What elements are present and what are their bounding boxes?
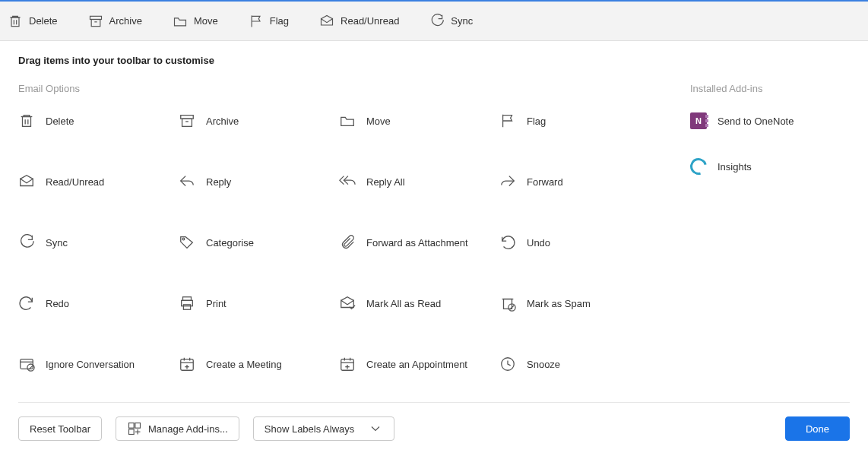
option-label: Archive — [109, 15, 142, 27]
option-label: Insights — [718, 161, 752, 173]
spam-icon — [499, 295, 516, 312]
toolbar-item-move[interactable]: Move — [173, 14, 218, 29]
svg-rect-17 — [183, 305, 190, 309]
manage-addins-button[interactable]: Manage Add-ins... — [116, 416, 239, 441]
onenote-icon: N — [690, 112, 707, 129]
print-icon — [179, 295, 195, 312]
svg-rect-15 — [183, 297, 192, 301]
clock-icon — [499, 356, 516, 372]
option-label: Flag — [270, 15, 289, 27]
option-label: Read/Unread — [46, 176, 104, 188]
mail-icon — [18, 173, 35, 190]
option-label: Delete — [46, 116, 74, 127]
svg-rect-3 — [90, 16, 101, 19]
toolbar-item-readun[interactable]: Read/Unread — [319, 14, 399, 29]
option-label: Archive — [206, 116, 239, 127]
option-label: Create a Meeting — [206, 359, 282, 370]
toolbar-item-archive[interactable]: Archive — [88, 14, 142, 29]
instruction-text: Drag items into your toolbar to customis… — [18, 55, 850, 66]
calplus-icon — [179, 356, 195, 372]
mailcheck-icon — [339, 295, 356, 312]
flag-icon — [499, 112, 516, 129]
sync-icon — [429, 14, 445, 29]
trash-icon — [18, 112, 35, 129]
svg-rect-11 — [182, 119, 192, 126]
customize-toolbar-panel: Drag items into your toolbar to customis… — [0, 41, 868, 372]
option-meeting[interactable]: Create a Meeting — [179, 356, 331, 372]
option-delete[interactable]: Delete — [18, 112, 171, 129]
option-label: Snooze — [527, 359, 560, 370]
svg-rect-7 — [23, 117, 31, 127]
footer-bar: Reset Toolbar Manage Add-ins... Show Lab… — [18, 402, 850, 441]
option-label: Mark as Spam — [527, 298, 591, 309]
manage-addins-label: Manage Add-ins... — [148, 423, 228, 435]
option-label: Move — [366, 116, 391, 127]
option-ignore[interactable]: Ignore Conversation — [18, 356, 171, 372]
reset-toolbar-button[interactable]: Reset Toolbar — [18, 416, 102, 441]
svg-rect-39 — [135, 423, 141, 429]
sync-icon — [18, 234, 35, 251]
undo-icon — [499, 234, 516, 251]
option-label: Undo — [527, 237, 550, 249]
flag-icon — [249, 14, 264, 29]
option-label: Sync — [451, 15, 473, 27]
option-redo[interactable]: Redo — [18, 295, 171, 312]
done-button[interactable]: Done — [785, 416, 850, 441]
option-label: Create an Appointment — [366, 359, 467, 370]
toolbar-item-flag[interactable]: Flag — [249, 14, 289, 29]
folder-icon — [173, 14, 188, 29]
option-label: Mark All as Read — [366, 298, 441, 309]
tag-icon — [179, 234, 195, 251]
addins-title: Installed Add-ins — [690, 83, 850, 94]
option-markallread[interactable]: Mark All as Read — [339, 295, 492, 312]
svg-rect-40 — [128, 429, 134, 435]
attach-icon — [339, 234, 356, 251]
option-replyall[interactable]: Reply All — [339, 173, 492, 190]
reset-toolbar-label: Reset Toolbar — [30, 423, 90, 435]
option-reply[interactable]: Reply — [179, 173, 331, 190]
svg-rect-4 — [91, 19, 100, 26]
option-onenote[interactable]: NSend to OneNote — [690, 112, 850, 129]
option-label: Send to OneNote — [718, 116, 794, 127]
email-options-grid: DeleteArchiveMoveFlagRead/UnreadReplyRep… — [18, 112, 652, 372]
option-move[interactable]: Move — [339, 112, 492, 129]
trash-icon — [8, 14, 23, 29]
insights-icon — [687, 155, 710, 178]
show-labels-dropdown[interactable]: Show Labels Always — [253, 416, 395, 441]
folder-icon — [339, 112, 356, 129]
option-insights[interactable]: Insights — [690, 158, 850, 175]
option-sync[interactable]: Sync — [18, 234, 171, 251]
option-label: Forward — [527, 176, 563, 188]
option-readunread[interactable]: Read/Unread — [18, 173, 171, 190]
chevron-down-icon — [368, 421, 383, 436]
option-label: Move — [194, 15, 218, 27]
option-appointment[interactable]: Create an Appointment — [339, 356, 492, 372]
option-label: Sync — [46, 237, 68, 249]
svg-rect-38 — [128, 423, 134, 429]
option-undo[interactable]: Undo — [499, 234, 652, 251]
toolbar-item-sync[interactable]: Sync — [429, 14, 473, 29]
show-labels-value: Show Labels Always — [265, 423, 355, 435]
mail-icon — [319, 14, 334, 29]
option-forward[interactable]: Forward — [499, 173, 652, 190]
option-snooze[interactable]: Snooze — [499, 356, 652, 372]
svg-rect-0 — [11, 17, 19, 27]
option-label: Forward as Attachment — [366, 237, 468, 249]
option-label: Reply — [206, 176, 231, 188]
option-fwdattach[interactable]: Forward as Attachment — [339, 234, 492, 251]
archive-icon — [88, 14, 103, 29]
option-categorise[interactable]: Categorise — [179, 234, 331, 251]
toolbar-item-delete[interactable]: Delete — [8, 14, 58, 29]
option-print[interactable]: Print — [179, 295, 331, 312]
option-label: Redo — [46, 298, 69, 309]
reply-icon — [179, 173, 195, 190]
option-label: Categorise — [206, 237, 254, 249]
option-archive[interactable]: Archive — [179, 112, 331, 129]
option-spam[interactable]: Mark as Spam — [499, 295, 652, 312]
option-flag[interactable]: Flag — [499, 112, 652, 129]
addins-icon — [127, 421, 142, 436]
option-label: Reply All — [366, 176, 405, 188]
addins-list: NSend to OneNoteInsights — [690, 112, 850, 175]
option-label: Read/Unread — [341, 15, 399, 27]
svg-point-14 — [182, 238, 185, 240]
